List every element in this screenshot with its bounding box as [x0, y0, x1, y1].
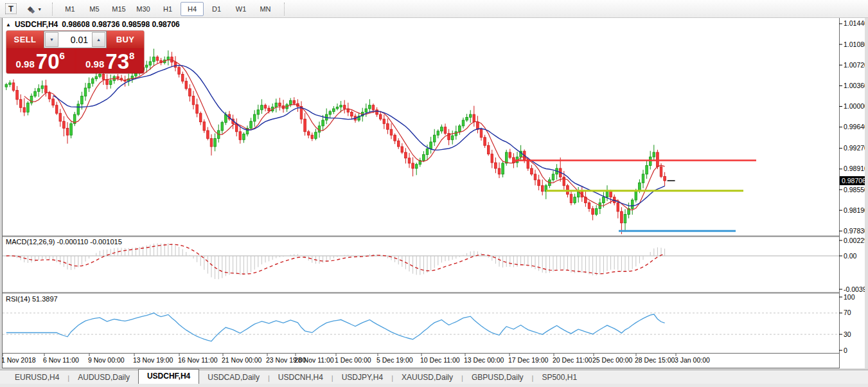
timeframe-button-m1[interactable]: M1 [58, 2, 82, 16]
toolbar-separator [284, 3, 285, 15]
macd-axis: 0.0022970.00-0.003904 [839, 237, 868, 293]
window-right-edge [865, 18, 868, 387]
timeframe-button-h1[interactable]: H1 [156, 2, 179, 16]
tab-audusd-daily[interactable]: AUDUSD,Daily [69, 372, 138, 384]
time-axis-label: 20 Dec 11:00 [553, 356, 592, 364]
time-axis-label: 16 Nov 11:00 [178, 356, 218, 364]
tab-gbpusd-daily[interactable]: GBPUSD,Daily [463, 372, 532, 384]
rsi-label: RSI(14) 51.3897 [6, 295, 58, 303]
buy-price-pips: 73 [105, 51, 129, 72]
chart-tab-bar: EURUSD,H4|AUDUSD,DailyUSDCHF,H4USDCAD,Da… [0, 370, 868, 384]
rsi-axis-label: 0 [844, 346, 847, 354]
tab-sp500-h1[interactable]: SP500,H1 [533, 372, 585, 384]
arrow-objects-button[interactable]: ◆ ◆ ▼ [24, 2, 46, 16]
tab-usdchf-h4[interactable]: USDCHF,H4 [138, 369, 199, 384]
time-axis-label: 10 Dec 11:00 [420, 356, 460, 364]
time-axis-label: 13 Dec 00:00 [464, 356, 504, 364]
time-axis-label: 25 Dec 00:00 [592, 356, 633, 364]
time-axis-label: 5 Dec 19:00 [376, 356, 413, 364]
timeframe-button-d1[interactable]: D1 [205, 2, 228, 16]
top-toolbar: T ◆ ◆ ▼ M1M5M15M30H1H4D1W1MN [0, 0, 868, 18]
time-axis-label: 9 Nov 00:00 [88, 356, 125, 364]
dropdown-caret-icon: ▼ [37, 7, 42, 12]
buy-price-display[interactable]: 0.98 73 8 [76, 50, 145, 73]
time-axis-label: 3 Jan 00:00 [675, 356, 710, 364]
time-axis: 1 Nov 20186 Nov 11:009 Nov 00:0013 Nov 1… [1, 354, 710, 364]
time-axis-label: 6 Nov 11:00 [43, 356, 79, 364]
chart-collapse-icon[interactable]: ▲ [6, 22, 11, 28]
lot-decrease-button[interactable]: ▼ [45, 32, 58, 47]
time-axis-label: 17 Dec 19:00 [508, 356, 549, 364]
spinner-up-icon: ▲ [96, 37, 101, 42]
sell-price-base: 0.98 [16, 59, 35, 69]
timeframe-button-mn[interactable]: MN [254, 2, 277, 16]
diamond-icon: ◆ [30, 8, 35, 14]
window-left-edge [0, 18, 2, 387]
tab-usdcad-daily[interactable]: USDCAD,Daily [199, 372, 268, 384]
timeframe-button-m30[interactable]: M30 [132, 2, 155, 16]
timeframe-button-group: M1M5M15M30H1H4D1W1MN [58, 2, 278, 16]
time-axis-label: 23 Nov 19:00 [266, 356, 306, 364]
time-axis-label: 28 Nov 11:00 [294, 356, 334, 364]
chart-title: ▲ USDCHF,H4 0.98608 0.98736 0.98598 0.98… [6, 20, 180, 29]
macd-label: MACD(12,26,9) -0.000110 -0.001015 [6, 238, 122, 246]
time-axis-label: 21 Nov 00:00 [222, 356, 262, 364]
rsi-axis: 10070300 [839, 293, 855, 354]
time-axis-label: 13 Nov 19:00 [133, 356, 173, 364]
tab-usdjpy-h4[interactable]: USDJPY,H4 [333, 372, 391, 384]
lot-size-control: ▼ 0.01 ▲ [44, 31, 107, 48]
timeframe-button-h4[interactable]: H4 [181, 2, 204, 16]
sell-price-pips: 70 [36, 51, 60, 72]
toolbar-separator [52, 3, 53, 15]
price-axis: 1.014401.010801.007201.003601.000000.996… [839, 19, 868, 234]
rsi-axis-label: 30 [844, 330, 851, 338]
timeframe-button-m5[interactable]: M5 [83, 2, 106, 16]
tab-xauusd-daily[interactable]: XAUUSD,Daily [393, 372, 461, 384]
lot-size-value[interactable]: 0.01 [59, 32, 91, 48]
current-price-label: 0.98706 [842, 177, 866, 184]
lot-increase-button[interactable]: ▲ [92, 32, 105, 47]
chart-ohlc-values: 0.98608 0.98736 0.98598 0.98706 [62, 20, 180, 29]
macd-axis-label: 0.00 [844, 252, 857, 260]
one-click-trading-panel: SELL ▼ 0.01 ▲ BUY 0.98 70 6 0.98 73 8 [6, 31, 144, 73]
spinner-down-icon: ▼ [49, 37, 54, 42]
chart-symbol-label: USDCHF,H4 [15, 20, 58, 29]
sell-button[interactable]: SELL [6, 31, 44, 48]
buy-price-base: 0.98 [85, 59, 104, 69]
text-tool-icon: T [5, 3, 17, 14]
rsi-axis-label: 100 [844, 293, 855, 301]
rsi-axis-label: 70 [844, 309, 851, 316]
timeframe-button-m15[interactable]: M15 [107, 2, 130, 16]
tab-eurusd-h4[interactable]: EURUSD,H4 [6, 372, 67, 384]
time-axis-label: 1 Nov 2018 [1, 356, 36, 364]
timeframe-button-w1[interactable]: W1 [229, 2, 252, 16]
time-axis-label: 1 Dec 00:00 [335, 356, 371, 364]
sell-price-point: 6 [60, 50, 65, 61]
sell-price-display[interactable]: 0.98 70 6 [6, 50, 75, 73]
tab-usdcnh-h4[interactable]: USDCNH,H4 [270, 372, 332, 384]
buy-price-point: 8 [129, 50, 134, 61]
status-strip [0, 384, 868, 387]
text-tool-button[interactable]: T [3, 2, 19, 16]
buy-button[interactable]: BUY [107, 31, 144, 48]
current-price-badge [840, 176, 868, 185]
time-axis-label: 28 Dec 15:00 [635, 356, 675, 364]
